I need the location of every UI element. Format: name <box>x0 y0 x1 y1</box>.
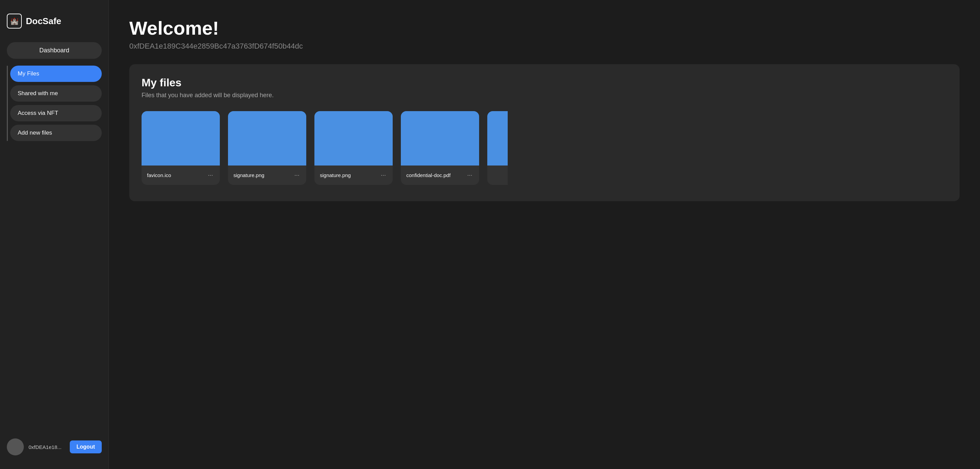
main-content: Welcome! 0xfDEA1e189C344e2859Bc47a3763fD… <box>109 0 980 469</box>
logout-button[interactable]: Logout <box>70 440 102 453</box>
file-name: signature.png <box>320 172 351 178</box>
file-card[interactable]: signature.png··· <box>228 111 306 185</box>
file-card[interactable]: confidential-doc.pdf··· <box>401 111 479 185</box>
file-menu-button[interactable]: ··· <box>379 170 387 180</box>
files-section: My files Files that you have added will … <box>129 64 959 201</box>
nav-items: My Files Shared with me Access via NFT A… <box>7 66 102 141</box>
file-thumbnail <box>228 111 306 165</box>
welcome-title: Welcome! <box>129 17 959 39</box>
bottom-area: 0xfDEA1e18... Logout <box>7 435 102 459</box>
section-title: My files <box>142 76 947 89</box>
nav-item-shared-with-me[interactable]: Shared with me <box>10 85 102 101</box>
nav-divider <box>7 66 8 141</box>
nav-item-my-files[interactable]: My Files <box>10 66 102 82</box>
file-thumbnail <box>401 111 479 165</box>
file-name: favicon.ico <box>147 172 171 178</box>
sidebar: 🏰 DocSafe Dashboard My Files Shared with… <box>0 0 109 469</box>
file-card-partial <box>487 111 508 185</box>
wallet-address-full: 0xfDEA1e189C344e2859Bc47a3763fD674f50b44… <box>129 42 959 51</box>
file-thumbnail <box>314 111 393 165</box>
avatar <box>7 439 24 455</box>
nav-item-access-via-nft[interactable]: Access via NFT <box>10 105 102 121</box>
files-grid: favicon.ico···signature.png···signature.… <box>142 111 947 188</box>
file-name: confidential-doc.pdf <box>406 172 450 178</box>
logo-icon: 🏰 <box>7 14 22 29</box>
section-subtitle: Files that you have added will be displa… <box>142 92 947 99</box>
wallet-address-short: 0xfDEA1e18... <box>29 444 65 450</box>
file-menu-button[interactable]: ··· <box>293 170 301 180</box>
file-name: signature.png <box>234 172 264 178</box>
logo-area: 🏰 DocSafe <box>7 10 102 32</box>
file-card[interactable]: favicon.ico··· <box>142 111 220 185</box>
file-card[interactable]: signature.png··· <box>314 111 393 185</box>
file-menu-button[interactable]: ··· <box>207 170 215 180</box>
file-thumbnail-partial <box>487 111 508 165</box>
logo-text: DocSafe <box>26 16 61 27</box>
dashboard-button[interactable]: Dashboard <box>7 42 102 59</box>
file-info: signature.png··· <box>314 165 393 185</box>
file-info: confidential-doc.pdf··· <box>401 165 479 185</box>
file-info: signature.png··· <box>228 165 306 185</box>
file-menu-button[interactable]: ··· <box>466 170 474 180</box>
nav-item-add-new-files[interactable]: Add new files <box>10 125 102 141</box>
file-thumbnail <box>142 111 220 165</box>
file-info: favicon.ico··· <box>142 165 220 185</box>
